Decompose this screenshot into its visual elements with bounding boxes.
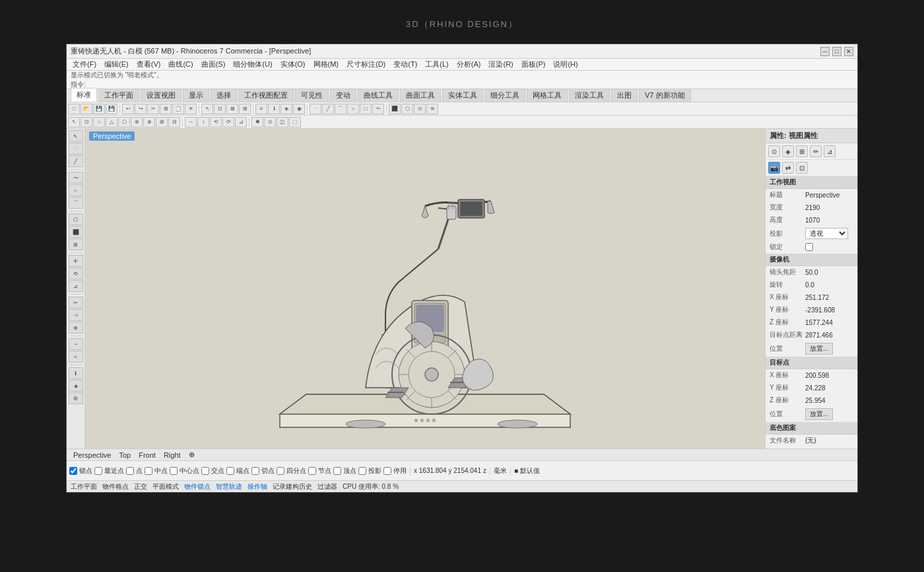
menu-panels[interactable]: 面板(P) <box>518 59 549 69</box>
close-button[interactable]: ✕ <box>844 47 853 56</box>
lt-point[interactable]: · <box>69 143 83 155</box>
tb2-11[interactable]: ↕ <box>197 117 209 127</box>
restore-button[interactable]: □ <box>832 47 842 56</box>
btab-right[interactable]: Right <box>161 451 183 459</box>
tb2-3[interactable]: ○ <box>93 117 105 127</box>
cb-end[interactable] <box>226 467 234 475</box>
menu-curve[interactable]: 曲线(C) <box>165 59 196 69</box>
lt-mesh[interactable]: ⊞ <box>69 238 83 250</box>
tab-transform[interactable]: 变动 <box>330 89 356 102</box>
tb2-8[interactable]: ⊞ <box>156 117 168 127</box>
tab-solidtools[interactable]: 实体工具 <box>442 89 483 102</box>
panel-icon-4[interactable]: ✏ <box>810 145 822 157</box>
tab-rendertools[interactable]: 渲染工具 <box>569 89 610 102</box>
lt-trim[interactable]: ✂ <box>69 297 83 308</box>
tb-line[interactable]: ╱ <box>322 104 334 114</box>
menu-transform[interactable]: 变动(T) <box>390 59 420 69</box>
tb-circle[interactable]: ○ <box>347 104 359 114</box>
menu-edit[interactable]: 编辑(E) <box>101 59 132 69</box>
tb-paste[interactable]: 📋 <box>172 104 184 114</box>
menu-dim[interactable]: 尺寸标注(D) <box>343 59 389 69</box>
cb-mid[interactable] <box>145 467 152 475</box>
cb-tan[interactable] <box>251 467 259 475</box>
menu-subd[interactable]: 细分物体(U) <box>230 59 275 69</box>
cb-knot[interactable] <box>308 467 316 475</box>
lt-surface[interactable]: ⬡ <box>69 213 83 225</box>
menu-solid[interactable]: 实体(O) <box>277 59 309 69</box>
cb-int[interactable] <box>201 467 209 475</box>
panel-icon-2[interactable]: ◈ <box>782 145 794 157</box>
tb2-1[interactable]: ↖ <box>68 117 80 127</box>
tb-sweep[interactable]: ≋ <box>426 104 438 114</box>
sbl-smart[interactable]: 物件锁点 <box>184 482 211 491</box>
panel-icon-camera[interactable]: 📷 <box>768 162 780 174</box>
btn-tgt-loc[interactable]: 放置... <box>805 408 833 420</box>
tb-selwin[interactable]: ⊡ <box>214 104 226 114</box>
menu-surface[interactable]: 曲面(S) <box>198 59 229 69</box>
tab-v7new[interactable]: V7 的新功能 <box>639 89 691 102</box>
checkbox-locked[interactable] <box>805 243 813 251</box>
lt-settings[interactable]: ⚙ <box>69 392 83 404</box>
tb-props[interactable]: ℹ <box>268 104 280 114</box>
tb-select[interactable]: ↖ <box>201 104 213 114</box>
tab-visibility[interactable]: 可见性 <box>295 89 329 102</box>
lt-split[interactable]: ⊣ <box>69 309 83 321</box>
tb-save2[interactable]: 💾 <box>106 104 117 114</box>
menu-analyze[interactable]: 分析(A) <box>453 59 484 69</box>
menu-help[interactable]: 说明(H) <box>550 59 581 69</box>
panel-icon-3[interactable]: ⊞ <box>796 145 808 157</box>
lt-select[interactable]: ↖ <box>69 130 83 142</box>
viewport-area[interactable]: Perspective ⊕ ⊕ ⊕ ⊕ <box>85 129 765 448</box>
tb2-12[interactable]: ⟲ <box>210 117 222 127</box>
lt-circle[interactable]: ○ <box>69 184 83 196</box>
tb2-14[interactable]: ⊿ <box>235 117 247 127</box>
btn-cam-loc[interactable]: 放置... <box>805 343 833 355</box>
tab-curvetools[interactable]: 曲线工具 <box>358 89 399 102</box>
tb2-9[interactable]: ⊟ <box>168 117 180 127</box>
menu-mesh[interactable]: 网格(M) <box>310 59 343 69</box>
tb2-13[interactable]: ⟳ <box>222 117 234 127</box>
cb-proj[interactable] <box>358 467 366 475</box>
sbl-gumball[interactable]: 智慧轨迹 <box>216 482 242 491</box>
tab-viewconfig[interactable]: 工作视图配置 <box>238 89 294 102</box>
viewport-label[interactable]: Perspective <box>89 131 135 141</box>
tb-arc[interactable]: ⌒ <box>335 104 346 114</box>
lt-analyze[interactable]: ℹ <box>69 367 83 379</box>
tb-selall[interactable]: ⊠ <box>226 104 238 114</box>
lt-blend[interactable]: ≈ <box>69 351 83 363</box>
panel-icon-arrows[interactable]: ⇄ <box>782 162 794 174</box>
tb2-6[interactable]: ⊕ <box>131 117 143 127</box>
tb-cut[interactable]: ✂ <box>147 104 159 114</box>
lt-curve[interactable]: 〜 <box>69 172 83 184</box>
tb2-2[interactable]: ⊡ <box>81 117 92 127</box>
btab-front[interactable]: Front <box>136 451 158 459</box>
btab-add[interactable]: ⊕ <box>186 450 197 459</box>
tb-redo[interactable]: ↪ <box>135 104 147 114</box>
cb-vertex[interactable] <box>333 467 341 475</box>
tab-surftools[interactable]: 曲面工具 <box>400 89 441 102</box>
tb-render2[interactable]: ◉ <box>293 104 305 114</box>
tab-layout[interactable]: 出图 <box>611 89 638 102</box>
tb2-17[interactable]: ◫ <box>277 117 288 127</box>
lt-fillet[interactable]: ⌣ <box>69 338 83 350</box>
btab-perspective[interactable]: Perspective <box>71 451 114 459</box>
panel-icon-5[interactable]: ⊿ <box>824 145 836 157</box>
menu-tools[interactable]: 工具(L) <box>422 59 451 69</box>
menu-file[interactable]: 文件(F) <box>69 59 100 69</box>
cb-snap[interactable] <box>69 467 77 475</box>
lt-render[interactable]: ◈ <box>69 380 83 392</box>
menu-view[interactable]: 查看(V) <box>133 59 164 69</box>
cb-quad[interactable] <box>277 467 284 475</box>
tb-layer[interactable]: ≡ <box>255 104 267 114</box>
tab-workplane[interactable]: 工作平面 <box>98 89 139 102</box>
lt-arc[interactable]: ⌒ <box>69 197 83 209</box>
tb-rect[interactable]: □ <box>360 104 372 114</box>
lt-rotate[interactable]: ⟲ <box>69 268 83 279</box>
lt-move[interactable]: ✛ <box>69 255 83 267</box>
tab-subdivtools[interactable]: 细分工具 <box>484 89 525 102</box>
tab-display[interactable]: 显示 <box>183 89 209 102</box>
tb-loft[interactable]: ⬡ <box>401 104 413 114</box>
tb2-18[interactable]: ⬚ <box>289 117 301 127</box>
tb-render-btn[interactable]: ◈ <box>280 104 292 114</box>
tb2-10[interactable]: ↔ <box>185 117 197 127</box>
